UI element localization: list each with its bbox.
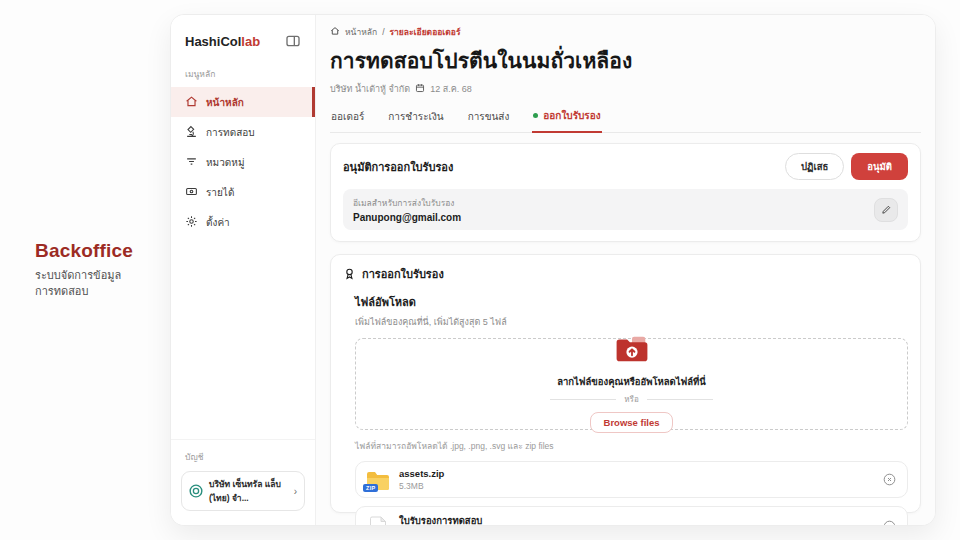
sidebar-item-income[interactable]: รายได้ bbox=[171, 177, 315, 207]
email-value: Panupong@gmail.com bbox=[353, 212, 461, 223]
company-name: บริษัท น้ำเต้าหู้ จำกัด bbox=[330, 82, 410, 96]
remove-file-icon[interactable] bbox=[882, 472, 897, 487]
breadcrumb-separator: / bbox=[382, 27, 384, 37]
certificate-email-box: อีเมลสำหรับการส่งใบรับรอง Panupong@gmail… bbox=[343, 189, 908, 230]
sidebar-item-label: ตั้งค่า bbox=[206, 215, 230, 230]
brand-title: Backoffice bbox=[35, 240, 165, 262]
browse-files-button[interactable]: Browse files bbox=[590, 412, 674, 433]
filter-icon bbox=[185, 155, 198, 170]
brand-block: Backoffice ระบบจัดการข้อมูล การทดสอบ bbox=[35, 240, 165, 300]
upload-folder-icon bbox=[615, 336, 649, 368]
page-title: การทดสอบโปรตีนในนมถั่วเหลือง bbox=[330, 44, 921, 77]
file-name: assets.zip bbox=[399, 468, 444, 479]
certificate-card: การออกใบรับรอง ไฟล์อัพโหลด เพิ่มไฟล์ของค… bbox=[330, 254, 921, 513]
upload-section-subtitle: เพิ่มไฟล์ของคุณที่นี่, เพิ่มได้สูงสุด 5 … bbox=[355, 315, 908, 329]
remove-file-icon[interactable] bbox=[882, 519, 897, 525]
pdf-file-icon: PDF bbox=[366, 516, 390, 526]
sidebar-collapse-icon[interactable] bbox=[285, 33, 301, 49]
tab-certificate[interactable]: ออกใบรับรอง bbox=[532, 108, 601, 133]
file-size: 5.3MB bbox=[399, 481, 444, 491]
chevron-right-icon: › bbox=[294, 486, 297, 497]
dropzone-text: ลากไฟล์ของคุณหรืออัพโหลดไฟล์ที่นี่ bbox=[557, 374, 706, 389]
approve-button[interactable]: อนุมัติ bbox=[851, 153, 908, 180]
breadcrumb-home[interactable]: หน้าหลัก bbox=[345, 25, 377, 39]
approval-title: อนุมัติการออกใบรับรอง bbox=[343, 158, 453, 176]
gear-icon bbox=[185, 215, 198, 230]
approval-card: อนุมัติการออกใบรับรอง ปฏิเสธ อนุมัติ อีเ… bbox=[330, 143, 921, 242]
main-content: หน้าหลัก / รายละเอียดออเดอร์ การทดสอบโปร… bbox=[316, 15, 935, 525]
account-name: บริษัท เซ็นทรัล แล็บ (ไทย) จำ... bbox=[209, 477, 288, 505]
breadcrumb: หน้าหลัก / รายละเอียดออเดอร์ bbox=[330, 25, 921, 39]
sidebar-item-tests[interactable]: การทดสอบ bbox=[171, 117, 315, 147]
account-switcher[interactable]: บริษัท เซ็นทรัล แล็บ (ไทย) จำ... › bbox=[181, 471, 305, 511]
brand-subtitle: ระบบจัดการข้อมูล การทดสอบ bbox=[35, 268, 165, 300]
app-logo: HashiCollab bbox=[185, 34, 260, 49]
file-name: ใบรับรองการทดสอบ bbox=[399, 513, 482, 525]
sidebar: HashiCollab เมนูหลัก หน้าหลัก การทดสอบ ห… bbox=[171, 15, 316, 525]
sidebar-item-label: หน้าหลัก bbox=[206, 95, 244, 110]
active-tab-dot bbox=[533, 113, 538, 118]
reject-button[interactable]: ปฏิเสธ bbox=[785, 153, 844, 180]
microscope-icon bbox=[185, 125, 198, 140]
sidebar-item-categories[interactable]: หมวดหมู่ bbox=[171, 147, 315, 177]
breadcrumb-current: รายละเอียดออเดอร์ bbox=[390, 25, 461, 39]
sidebar-section-label: เมนูหลัก bbox=[171, 53, 315, 87]
sidebar-item-label: การทดสอบ bbox=[206, 125, 255, 140]
certificate-card-title: การออกใบรับรอง bbox=[362, 265, 444, 283]
pencil-icon bbox=[881, 201, 892, 219]
email-label: อีเมลสำหรับการส่งใบรับรอง bbox=[353, 196, 461, 210]
tab-payment[interactable]: การชำระเงิน bbox=[387, 108, 444, 132]
sidebar-item-home[interactable]: หน้าหลัก bbox=[171, 87, 315, 117]
sidebar-item-label: รายได้ bbox=[206, 185, 234, 200]
edit-email-button[interactable] bbox=[874, 198, 898, 222]
home-icon bbox=[330, 26, 340, 38]
sidebar-item-settings[interactable]: ตั้งค่า bbox=[171, 207, 315, 237]
sidebar-item-label: หมวดหมู่ bbox=[206, 155, 244, 170]
order-date: 12 ส.ค. 68 bbox=[430, 82, 472, 96]
certificate-icon bbox=[343, 267, 356, 282]
tab-bar: ออเดอร์ การชำระเงิน การขนส่ง ออกใบรับรอง bbox=[330, 108, 921, 133]
company-logo-icon bbox=[189, 484, 203, 498]
allowed-filetypes-text: ไฟล์ที่สามารถอัพโหลดได้ .jpg, .png, .svg… bbox=[355, 439, 908, 453]
tab-shipping[interactable]: การขนส่ง bbox=[467, 108, 511, 132]
banknote-icon bbox=[185, 185, 198, 200]
upload-section-title: ไฟล์อัพโหลด bbox=[355, 293, 908, 311]
order-meta: บริษัท น้ำเต้าหู้ จำกัด 12 ส.ค. 68 bbox=[330, 82, 921, 96]
file-row-pdf: PDF ใบรับรองการทดสอบ 1.4MB bbox=[355, 506, 908, 525]
account-label: บัญชี bbox=[181, 450, 305, 471]
file-dropzone[interactable]: ลากไฟล์ของคุณหรืออัพโหลดไฟล์ที่นี่ หรือ … bbox=[355, 338, 908, 430]
tab-orders[interactable]: ออเดอร์ bbox=[330, 108, 365, 132]
app-window: HashiCollab เมนูหลัก หน้าหลัก การทดสอบ ห… bbox=[170, 14, 936, 526]
file-row-zip: ZIP assets.zip 5.3MB bbox=[355, 461, 908, 498]
or-divider: หรือ bbox=[550, 393, 712, 406]
home-icon bbox=[185, 95, 198, 110]
account-section: บัญชี บริษัท เซ็นทรัล แล็บ (ไทย) จำ... › bbox=[171, 439, 315, 525]
calendar-icon bbox=[415, 83, 425, 95]
zip-folder-icon: ZIP bbox=[366, 469, 390, 491]
